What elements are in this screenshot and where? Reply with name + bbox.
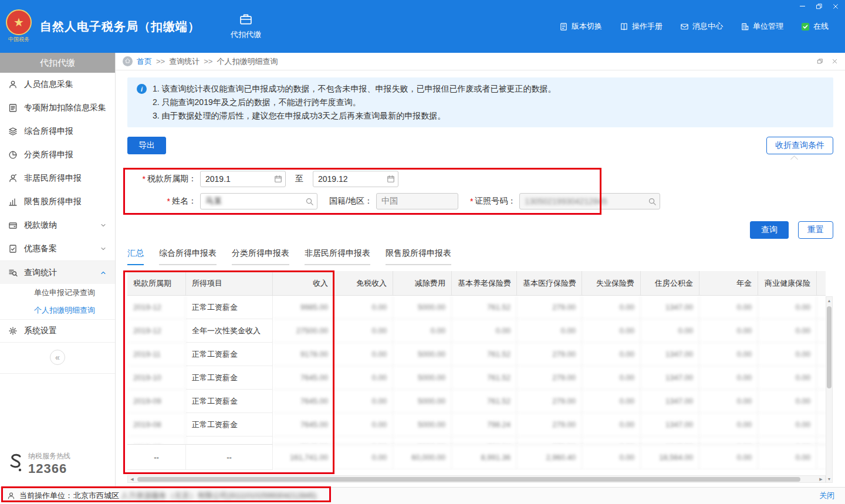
sidebar-item-9[interactable]: 单位申报记录查询 xyxy=(0,284,115,302)
tab-4[interactable]: 限售股所得申报表 xyxy=(386,248,451,265)
collapse-filter-button[interactable]: 收折查询条件 xyxy=(766,137,833,154)
table-cell: 0.00 xyxy=(699,413,758,437)
toolbar: 导出 收折查询条件 xyxy=(127,137,833,154)
table-cell: 1347.00 xyxy=(641,390,699,413)
titlebar-nav-label: 消息中心 xyxy=(692,21,723,32)
table-cell: 0.00 xyxy=(817,444,826,470)
calendar-icon[interactable] xyxy=(387,175,395,183)
sidebar-collapse-button[interactable]: « xyxy=(50,350,65,365)
tab-withholding[interactable]: 代扣代缴 xyxy=(231,13,261,40)
vertical-scroll-thumb[interactable] xyxy=(827,306,832,388)
id-number-field[interactable]: 130502199304212845 xyxy=(519,193,660,209)
nationality-field[interactable]: 中国 xyxy=(376,193,458,209)
table-cell: 0.00 xyxy=(517,319,582,343)
table-cell: 正常工资薪金 xyxy=(186,296,273,319)
table-cell: 0.00 xyxy=(393,319,452,343)
titlebar-nav-0[interactable]: 版本切换 xyxy=(559,21,602,32)
panel-restore-icon[interactable] xyxy=(817,58,823,65)
titlebar-nav-1[interactable]: 操作手册 xyxy=(620,21,663,32)
table-total-row: ----161,741.000.0060,000.008,991.362,960… xyxy=(127,444,826,470)
table-header-row: 税款所属期所得项目收入免税收入减除费用基本养老保险费基本医疗保险费失业保险费住房… xyxy=(127,271,826,296)
minimize-icon[interactable] xyxy=(799,2,806,10)
search-icon[interactable] xyxy=(648,197,657,206)
table-cell: 7645.00 xyxy=(273,413,334,437)
scroll-right-icon[interactable]: ▶ xyxy=(817,476,825,482)
sidebar-item-8[interactable]: 查询统计 xyxy=(0,261,115,284)
sidebar-item-0[interactable]: 人员信息采集 xyxy=(0,73,115,96)
query-button[interactable]: 查询 xyxy=(750,221,789,239)
table-row[interactable]: 2019-08正常工资薪金7645.000.005000.00798.24279… xyxy=(127,413,826,437)
titlebar-nav-label: 在线 xyxy=(813,21,829,32)
breadcrumb-home[interactable]: 首页 xyxy=(137,56,152,67)
table-cell: 5000.00 xyxy=(393,366,452,390)
table-row[interactable]: 2019-12正常工资薪金9985.000.005000.00761.52279… xyxy=(127,296,826,319)
table-cell: 0.00 xyxy=(582,343,641,366)
table-cell: 761.52 xyxy=(452,343,517,366)
tab-0[interactable]: 汇总 xyxy=(127,248,144,265)
table-cell: 0.00 xyxy=(817,296,826,319)
sidebar-item-2[interactable]: 综合所得申报 xyxy=(0,120,115,143)
table-row[interactable]: 2019-12全年一次性奖金收入27500.000.000.000.000.00… xyxy=(127,319,826,343)
titlebar-nav-3[interactable]: 单位管理 xyxy=(741,21,783,32)
scroll-down-icon[interactable]: ▼ xyxy=(826,475,832,482)
sidebar-item-11[interactable]: 系统设置 xyxy=(0,319,115,343)
scroll-up-icon[interactable]: ▲ xyxy=(826,297,832,304)
main-tab-label: 代扣代缴 xyxy=(231,29,261,40)
sidebar-menu: 人员信息采集专项附加扣除信息采集综合所得申报分类所得申报非居民所得申报限售股所得… xyxy=(0,73,115,343)
breadcrumb-query-stats[interactable]: 查询统计 xyxy=(169,56,200,67)
calendar-icon[interactable] xyxy=(274,175,282,183)
tab-3[interactable]: 非居民所得申报表 xyxy=(305,248,370,265)
table-cell: 761.52 xyxy=(452,366,517,390)
name-field[interactable]: 马某 xyxy=(200,193,317,209)
sidebar-item-7[interactable]: 优惠备案 xyxy=(0,237,115,261)
period-from-field[interactable]: 2019.1 xyxy=(200,171,286,187)
sidebar-item-3[interactable]: 分类所得申报 xyxy=(0,143,115,167)
sidebar-header: 代扣代缴 xyxy=(0,53,115,73)
table-cell: 279.00 xyxy=(517,296,582,319)
table-row[interactable]: 2019-09正常工资薪金7645.000.005000.00761.52279… xyxy=(127,390,826,413)
table-cell: 2019-12 xyxy=(127,296,186,319)
tab-2[interactable]: 分类所得申报表 xyxy=(232,248,289,265)
sidebar-item-label: 个人扣缴明细查询 xyxy=(34,305,95,316)
search-icon[interactable] xyxy=(305,197,314,206)
scroll-left-icon[interactable]: ◀ xyxy=(128,476,136,482)
table-header-cell: 住房公积金 xyxy=(641,271,699,296)
table-body: 2019-12正常工资薪金9985.000.005000.00761.52279… xyxy=(127,296,826,444)
table-cell: 279.00 xyxy=(517,390,582,413)
table-row[interactable]: 2019-11正常工资薪金9178.000.005000.00761.52279… xyxy=(127,343,826,366)
table-row[interactable]: 2019-07正常工资薪金7645.000.005000.00798.24279… xyxy=(127,437,826,444)
notice-line: 1. 该查询统计表仅能查询已申报成功的数据，不包含未申报、申报失败，已申报但已作… xyxy=(153,82,556,96)
horizontal-scroll-thumb[interactable] xyxy=(137,477,800,482)
table-cell: 0.00 xyxy=(817,413,826,437)
mail-icon xyxy=(680,22,689,31)
restore-icon[interactable] xyxy=(816,3,823,10)
horizontal-scrollbar[interactable]: ◀ ▶ xyxy=(127,475,826,483)
table-cell: -- xyxy=(186,444,273,470)
sidebar-item-4[interactable]: 非居民所得申报 xyxy=(0,167,115,190)
sidebar-item-6[interactable]: 税款缴纳 xyxy=(0,214,115,237)
home-icon[interactable] xyxy=(123,56,133,66)
titlebar-nav-2[interactable]: 消息中心 xyxy=(680,21,723,32)
sidebar-item-label: 综合所得申报 xyxy=(24,126,73,137)
table-cell: 0.00 xyxy=(758,296,817,319)
doc-icon xyxy=(8,244,18,254)
sidebar-item-1[interactable]: 专项附加扣除信息采集 xyxy=(0,96,115,120)
sidebar-item-10[interactable]: 个人扣缴明细查询 xyxy=(0,302,115,319)
panel-close-icon[interactable] xyxy=(832,58,838,65)
period-to-field[interactable]: 2019.12 xyxy=(313,171,398,187)
titlebar-nav-4[interactable]: 在线 xyxy=(801,21,829,32)
table-cell: 5000.00 xyxy=(393,343,452,366)
table-row[interactable]: 2019-10正常工资薪金7645.000.005000.00761.52279… xyxy=(127,366,826,390)
export-button[interactable]: 导出 xyxy=(127,137,166,154)
close-icon[interactable] xyxy=(832,3,839,10)
table-cell: 0.00 xyxy=(758,390,817,413)
to-label: 至 xyxy=(295,174,303,184)
table-cell: 0.00 xyxy=(758,444,817,470)
reset-button[interactable]: 重置 xyxy=(798,221,833,239)
tab-1[interactable]: 综合所得申报表 xyxy=(159,248,217,265)
vertical-scrollbar[interactable]: ▲ ▼ xyxy=(826,296,833,483)
close-panel-link[interactable]: 关闭 xyxy=(819,491,838,501)
table-header-cell: 基本医疗保险费 xyxy=(517,271,582,296)
table-header-cell: 免税收入 xyxy=(334,271,393,296)
sidebar-item-5[interactable]: 限售股所得申报 xyxy=(0,190,115,214)
